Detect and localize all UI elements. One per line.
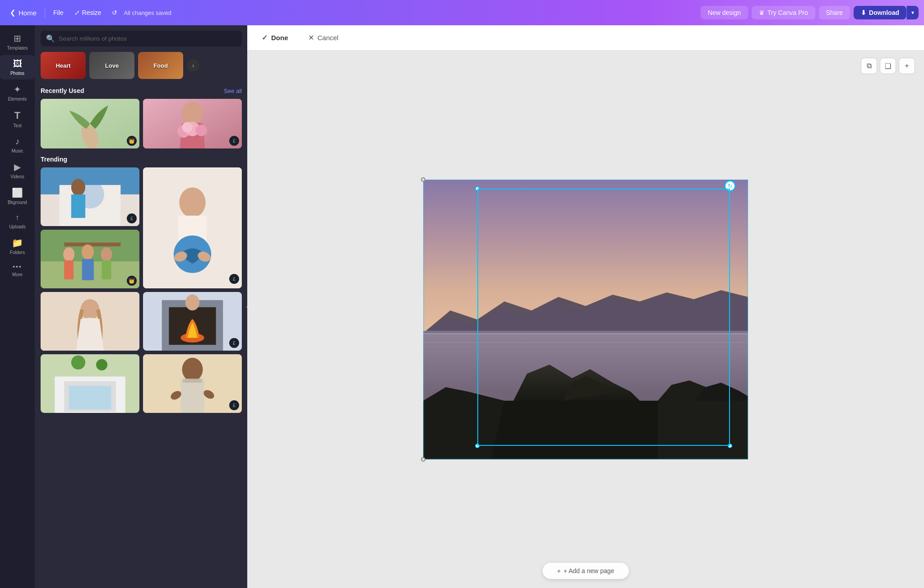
nav-divider bbox=[45, 7, 45, 18]
nav-right: New design ♛ Try Canva Pro Share ⬇ Downl… bbox=[701, 6, 919, 19]
category-scroll-right[interactable]: › bbox=[187, 59, 199, 72]
undo-icon: ↺ bbox=[112, 9, 117, 16]
canvas-toolbar: ⧉ ❑ + bbox=[861, 58, 915, 74]
svg-point-43 bbox=[96, 359, 107, 370]
cancel-button[interactable]: ✕ Cancel bbox=[303, 31, 344, 45]
file-menu-button[interactable]: File bbox=[49, 6, 68, 19]
sidebar-item-more[interactable]: ••• More bbox=[0, 259, 35, 281]
recently-photo-1-img bbox=[41, 99, 139, 148]
sidebar-item-folders[interactable]: 📁 Folders bbox=[0, 234, 35, 259]
sidebar-item-uploads[interactable]: ↑ Uploads bbox=[0, 209, 35, 233]
cancel-label: Cancel bbox=[318, 34, 339, 42]
download-group: ⬇ Download ▾ bbox=[854, 6, 919, 19]
home-button[interactable]: ❮ Home bbox=[5, 6, 41, 19]
trending-photo-4[interactable] bbox=[41, 292, 139, 351]
design-canvas: ↻ bbox=[423, 180, 748, 459]
sidebar-item-background[interactable]: ⬜ Bkground bbox=[0, 184, 35, 208]
copy-icon: ⧉ bbox=[867, 62, 872, 70]
trending-3-badge: £ bbox=[229, 274, 239, 284]
add-tool-button[interactable]: + bbox=[899, 58, 915, 74]
svg-point-6 bbox=[195, 125, 207, 136]
trending-7-badge: £ bbox=[229, 400, 239, 410]
search-bar: 🔍 bbox=[41, 31, 242, 46]
trending-photo-1[interactable]: £ bbox=[41, 167, 139, 226]
sidebar-item-templates[interactable]: ⊞ Templates bbox=[0, 29, 35, 54]
check-icon: ✓ bbox=[262, 33, 268, 42]
download-icon: ⬇ bbox=[861, 9, 866, 16]
download-chevron-button[interactable]: ▾ bbox=[906, 6, 919, 19]
templates-icon: ⊞ bbox=[14, 33, 21, 44]
new-design-button[interactable]: New design bbox=[701, 6, 748, 19]
svg-rect-48 bbox=[183, 379, 202, 383]
recently-used-header: Recently Used See all bbox=[41, 87, 242, 94]
sidebar-item-music[interactable]: ♪ Music bbox=[0, 133, 35, 157]
trending-photo-7[interactable]: £ bbox=[143, 354, 242, 413]
download-button[interactable]: ⬇ Download bbox=[854, 6, 906, 19]
sidebar-item-photos[interactable]: 🖼 Photos bbox=[0, 55, 35, 79]
copy-tool-button[interactable]: ⧉ bbox=[861, 58, 877, 74]
svg-point-37 bbox=[185, 295, 199, 310]
undo-button[interactable]: ↺ bbox=[107, 6, 122, 19]
trending-4-img bbox=[41, 292, 139, 351]
sidebar-item-text[interactable]: T Text bbox=[0, 106, 35, 132]
photos-icon: 🖼 bbox=[13, 59, 22, 69]
sidebar-label-videos: Videos bbox=[10, 174, 24, 179]
category-chip-food[interactable]: Food bbox=[138, 52, 183, 79]
trending-left-col: £ bbox=[41, 167, 139, 288]
canvas-content: ⧉ ❑ + bbox=[247, 51, 924, 588]
try-pro-button[interactable]: ♛ Try Canva Pro bbox=[752, 6, 815, 19]
panel-scroll: Recently Used See all bbox=[35, 83, 247, 588]
resize-button[interactable]: ⤢ Resize bbox=[70, 6, 106, 19]
file-label: File bbox=[53, 9, 64, 16]
trending-photo-2[interactable]: 👑 bbox=[41, 230, 139, 288]
svg-rect-16 bbox=[64, 243, 120, 246]
handle-outer-bottom-left[interactable] bbox=[421, 457, 425, 462]
category-chip-love[interactable]: Love bbox=[89, 52, 134, 79]
category-scroll: Heart Love Food › bbox=[35, 50, 247, 83]
search-input[interactable] bbox=[59, 35, 236, 42]
trending-photo-6[interactable] bbox=[41, 354, 139, 413]
hide-panel-button[interactable]: ‹ bbox=[242, 298, 247, 316]
svg-point-46 bbox=[182, 358, 203, 381]
trending-photo-3[interactable]: £ bbox=[143, 167, 242, 288]
recently-photo-2-badge: £ bbox=[229, 136, 239, 146]
resize-icon: ⤢ bbox=[74, 9, 80, 16]
add-page-bar[interactable]: + + Add a new page bbox=[543, 563, 629, 579]
svg-rect-47 bbox=[180, 379, 204, 413]
trending-3-img bbox=[143, 167, 242, 288]
duplicate-tool-button[interactable]: ❑ bbox=[880, 58, 896, 74]
share-button[interactable]: Share bbox=[819, 6, 850, 19]
done-button[interactable]: ✓ Done bbox=[256, 31, 294, 45]
see-all-recently[interactable]: See all bbox=[224, 88, 242, 94]
chevron-down-icon: ▾ bbox=[911, 9, 914, 16]
recently-used-title: Recently Used bbox=[41, 87, 84, 94]
sidebar-label-folders: Folders bbox=[10, 250, 25, 255]
sidebar-item-videos[interactable]: ▶ Videos bbox=[0, 158, 35, 183]
handle-outer-top-left[interactable] bbox=[421, 177, 425, 182]
main-area: ⊞ Templates 🖼 Photos ✦ Elements T Text ♪… bbox=[0, 25, 924, 588]
search-icon: 🔍 bbox=[46, 34, 55, 43]
uploads-icon: ↑ bbox=[15, 213, 19, 222]
done-cancel-bar: ✓ Done ✕ Cancel bbox=[247, 25, 924, 51]
category-chip-heart[interactable]: Heart bbox=[41, 52, 86, 79]
top-nav: ❮ Home File ⤢ Resize ↺ All changes saved… bbox=[0, 0, 924, 25]
trending-row-3: £ bbox=[41, 354, 242, 413]
sidebar-label-more: More bbox=[12, 272, 23, 277]
add-page-icon: + bbox=[557, 567, 561, 574]
sidebar-label-text: Text bbox=[13, 123, 21, 128]
trending-1-img bbox=[41, 167, 139, 226]
recently-photo-1[interactable]: 👑 bbox=[41, 99, 139, 148]
sidebar-item-elements[interactable]: ✦ Elements bbox=[0, 80, 35, 105]
trending-2-badge: 👑 bbox=[127, 276, 137, 286]
crown-icon: ♛ bbox=[759, 9, 765, 16]
svg-rect-22 bbox=[102, 260, 111, 279]
trending-row-2: £ bbox=[41, 292, 242, 351]
save-status: All changes saved bbox=[124, 9, 171, 16]
recently-photo-2[interactable]: £ bbox=[143, 99, 242, 148]
food-chip-label: Food bbox=[153, 62, 168, 69]
sidebar-label-photos: Photos bbox=[10, 71, 24, 76]
trending-photo-5[interactable]: £ bbox=[143, 292, 242, 351]
love-chip-label: Love bbox=[105, 62, 119, 69]
svg-rect-20 bbox=[82, 259, 94, 280]
pro-label: Try Canva Pro bbox=[767, 9, 808, 16]
